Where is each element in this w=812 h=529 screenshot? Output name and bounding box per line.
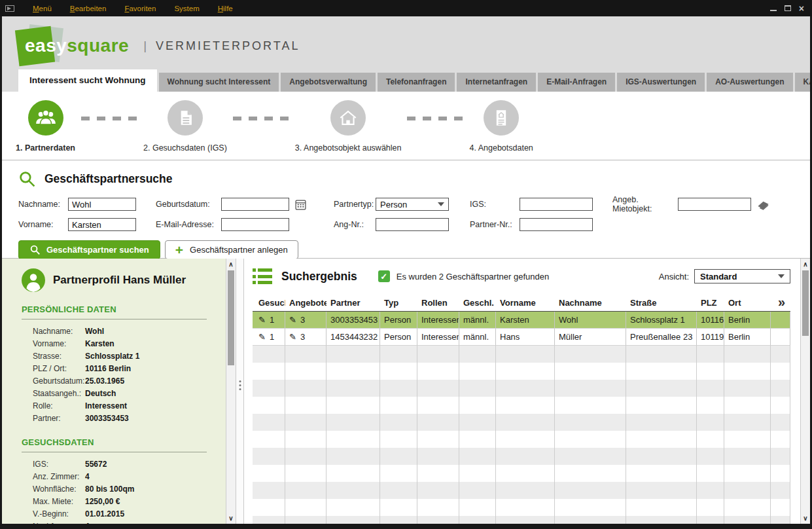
angnr-label: Ang-Nr.: — [334, 220, 376, 229]
menu-item-favoriten[interactable]: Favoriten — [115, 5, 165, 12]
empty-cell — [327, 346, 380, 363]
tab-e-mail-anfragen[interactable]: E-Mail-Anfragen — [538, 73, 615, 92]
edit-icon[interactable]: ✎ — [289, 332, 296, 342]
empty-cell — [496, 465, 555, 482]
results-table: GesucheAngebotePartnerTypRollenGeschl.Vo… — [253, 295, 790, 524]
scroll-down-icon[interactable]: ∨ — [226, 513, 236, 523]
tab-internetanfragen[interactable]: Internetanfragen — [457, 73, 536, 92]
logo-wordmark: easysquare — [25, 35, 129, 56]
wizard-step-4-angebotsdaten[interactable]: 4. Angebotsdaten — [469, 100, 533, 153]
search-partner-button[interactable]: Geschäftspartner suchen — [18, 240, 160, 259]
geburtsdatum-field[interactable] — [221, 198, 289, 211]
scroll-up-icon[interactable]: ∧ — [801, 259, 810, 269]
empty-cell — [626, 482, 697, 499]
empty-cell — [253, 397, 285, 414]
scrollbar-thumb[interactable] — [228, 270, 234, 365]
empty-cell — [380, 431, 417, 448]
wizard-step-2-gesuchsdaten-igs[interactable]: 2. Gesuchsdaten (IGS) — [143, 100, 227, 153]
tab-igs-auswertungen[interactable]: IGS-Auswertungen — [617, 73, 705, 92]
column-header-nachname[interactable]: Nachname — [555, 295, 626, 311]
empty-cell — [459, 397, 496, 414]
nachname-field[interactable] — [68, 198, 136, 211]
scrollbar-thumb[interactable] — [802, 270, 809, 336]
minimize-icon[interactable] — [770, 5, 777, 11]
empty-cell — [771, 516, 790, 524]
edit-icon[interactable]: ✎ — [258, 315, 266, 325]
scroll-down-icon[interactable]: ∨ — [801, 513, 810, 523]
profile-row-label: Max. Miete: — [33, 496, 85, 508]
empty-cell — [555, 499, 626, 516]
menu-item-hilfe[interactable]: Hilfe — [209, 5, 242, 12]
tab-wohnung-sucht-interessent[interactable]: Wohnung sucht Interessent — [159, 73, 279, 92]
scroll-up-icon[interactable]: ∧ — [226, 259, 236, 269]
empty-cell — [724, 346, 771, 363]
table-empty-row — [253, 346, 790, 363]
wizard-step-3-angebotsobjekt-auswahlen[interactable]: 3. Angebotsobjekt auswählen — [295, 100, 402, 153]
column-header-geschl[interactable]: Geschl. — [459, 295, 496, 311]
table-cell-vorname: Hans — [496, 329, 555, 346]
results-scrollbar[interactable]: ∧ ∨ — [800, 259, 810, 524]
wizard-step-1-partnerdaten[interactable]: 1. Partnerdaten — [16, 100, 75, 153]
close-icon[interactable]: × — [799, 5, 804, 12]
profile-row-label: Partner: — [33, 412, 85, 425]
table-cell-vorname: Karsten — [496, 312, 555, 329]
splitter-grip-icon[interactable] — [239, 380, 241, 390]
empty-cell — [697, 431, 724, 448]
menu-item-menu[interactable]: Menü — [24, 5, 61, 12]
column-header-vorname[interactable]: Vorname — [496, 295, 555, 311]
profile-row-igs: IGS:55672 — [22, 458, 207, 471]
empty-cell — [626, 448, 697, 465]
partnertyp-select[interactable]: Person — [376, 198, 449, 211]
empty-cell — [459, 414, 496, 431]
tab-interessent-sucht-wohnung[interactable]: Interessent sucht Wohnung — [18, 69, 157, 92]
mietobjekt-field[interactable] — [678, 198, 751, 211]
more-columns-icon[interactable]: » — [771, 295, 790, 311]
calendar-icon[interactable] — [294, 198, 307, 211]
profile-row-vorname: Vorname:Karsten — [22, 338, 207, 350]
table-row[interactable]: ✎1✎33003353453PersonInteressentmännl.Kar… — [253, 312, 790, 329]
empty-cell — [496, 363, 555, 380]
profile-scrollbar[interactable]: ∧ ∨ — [226, 259, 236, 524]
maximize-icon[interactable] — [785, 5, 791, 11]
edit-icon[interactable]: ✎ — [289, 315, 296, 325]
tab-angebotsverwaltung[interactable]: Angebotsverwaltung — [281, 73, 376, 92]
column-header-gesuche[interactable]: Gesuche — [253, 295, 285, 311]
column-header-plz[interactable]: PLZ — [697, 295, 724, 311]
table-empty-row — [253, 397, 790, 414]
menu-item-system[interactable]: System — [165, 5, 208, 12]
menu-item-bearbeiten[interactable]: Bearbeiten — [61, 5, 116, 12]
empty-cell — [555, 363, 626, 380]
igs-field[interactable] — [520, 198, 593, 211]
empty-cell — [555, 516, 626, 524]
table-cell-partner: 3003353453 — [327, 312, 380, 329]
column-header-partner[interactable]: Partner — [327, 295, 380, 311]
create-partner-button[interactable]: + Geschäftspartner anlegen — [165, 240, 298, 259]
column-header-ort[interactable]: Ort — [724, 295, 771, 311]
email-field[interactable] — [221, 218, 289, 231]
profile-row-value: 3003353453 — [85, 412, 207, 425]
geburtsdatum-label: Geburtsdatum: — [156, 200, 221, 209]
view-select[interactable]: Standard — [694, 269, 790, 283]
app-menu-icon[interactable] — [5, 5, 14, 12]
column-header-strasse[interactable]: Straße — [626, 295, 697, 311]
column-header-rollen[interactable]: Rollen — [417, 295, 459, 311]
layers-icon[interactable] — [756, 198, 770, 211]
empty-cell — [724, 431, 771, 448]
empty-cell — [771, 431, 790, 448]
wizard-step-label: 2. Gesuchsdaten (IGS) — [143, 143, 227, 153]
profile-row-value: 1250,00 € — [85, 496, 207, 508]
tab-ao-auswertungen[interactable]: AO-Auswertungen — [707, 73, 792, 92]
angnr-field[interactable] — [376, 218, 449, 231]
tab-telefonanfragen[interactable]: Telefonanfragen — [378, 73, 455, 92]
profile-row-label: IGS: — [33, 458, 85, 471]
profile-row-max-miete: Max. Miete:1250,00 € — [22, 496, 207, 508]
vorname-field[interactable] — [68, 218, 136, 231]
table-row[interactable]: ✎1✎31453443232PersonInteressentmännl.Han… — [253, 329, 790, 346]
column-header-typ[interactable]: Typ — [380, 295, 417, 311]
partnernr-field[interactable] — [520, 218, 593, 231]
table-cell-strasse: Preußenallee 23 — [626, 329, 697, 346]
column-header-angebote[interactable]: Angebote — [285, 295, 327, 311]
empty-cell — [253, 482, 285, 499]
edit-icon[interactable]: ✎ — [258, 332, 266, 342]
panel-splitter[interactable] — [236, 259, 244, 524]
